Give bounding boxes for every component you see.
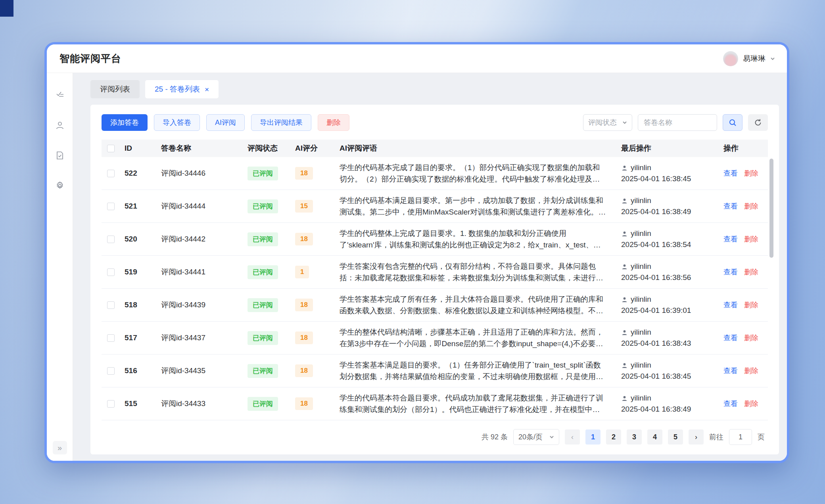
import-answer-button[interactable]: 导入答卷	[154, 114, 200, 131]
ai-review-button[interactable]: AI评阅	[206, 114, 245, 131]
select-all-checkbox[interactable]	[107, 145, 115, 152]
table-body: 522 评阅id-34446 已评阅 18 学生的代码基本完成了题目的要求。（1…	[102, 157, 768, 420]
table-scrollbar[interactable]	[769, 158, 773, 421]
row-checkbox[interactable]	[107, 170, 115, 177]
tab-answer-list[interactable]: 25 - 答卷列表 ×	[145, 80, 219, 98]
row-checkbox[interactable]	[107, 268, 115, 276]
view-link[interactable]: 查看	[723, 301, 738, 309]
tab-review-list[interactable]: 评阅列表	[90, 80, 140, 98]
cell-operator: yilinlin	[631, 229, 651, 238]
page-button-5[interactable]: 5	[668, 429, 683, 445]
row-checkbox[interactable]	[107, 367, 115, 375]
page-button-4[interactable]: 4	[647, 429, 662, 445]
table-row: 520 评阅id-34442 已评阅 18 学生的代码整体上完成了题目要求。1.…	[102, 223, 768, 256]
page-button-3[interactable]: 3	[627, 429, 642, 445]
document-check-icon[interactable]	[55, 151, 65, 160]
cell-id: 519	[122, 256, 159, 289]
person-icon	[621, 230, 628, 237]
cell-operator: yilinlin	[631, 163, 651, 172]
person-icon	[621, 296, 628, 303]
header-score: AI评分	[293, 140, 337, 157]
row-checkbox[interactable]	[107, 400, 115, 408]
answer-name-input[interactable]	[638, 114, 717, 131]
next-page-button[interactable]: ›	[689, 429, 704, 445]
cell-comment: 学生的整体代码结构清晰，步骤基本正确，并且适用了正确的库和方法。然而，在第3步中…	[340, 326, 616, 349]
cell-operator: yilinlin	[631, 328, 651, 337]
gear-icon[interactable]	[55, 181, 65, 190]
header-id: ID	[122, 140, 159, 157]
export-results-button[interactable]: 导出评阅结果	[251, 114, 311, 131]
cell-id: 517	[122, 322, 159, 355]
delete-link[interactable]: 删除	[744, 235, 758, 243]
table-row: 519 评阅id-34441 已评阅 1 学生答案没有包含完整的代码，仅有部分结…	[102, 256, 768, 289]
delete-link[interactable]: 删除	[744, 268, 758, 276]
cell-name: 评阅id-34442	[159, 223, 245, 256]
cell-operator: yilinlin	[631, 295, 651, 304]
prev-page-button[interactable]: ‹	[565, 429, 580, 445]
delete-link[interactable]: 删除	[744, 301, 758, 309]
row-checkbox[interactable]	[107, 301, 115, 309]
search-button[interactable]	[723, 114, 742, 131]
page-size-select[interactable]: 20条/页	[513, 429, 559, 445]
status-select-placeholder: 评阅状态	[588, 118, 617, 127]
cell-name: 评阅id-34437	[159, 322, 245, 355]
delete-link[interactable]: 删除	[744, 334, 758, 342]
delete-link[interactable]: 删除	[744, 202, 758, 210]
view-link[interactable]: 查看	[723, 169, 738, 177]
status-badge: 已评阅	[248, 364, 278, 378]
page-button-2[interactable]: 2	[606, 429, 621, 445]
goto-label: 前往	[709, 432, 723, 442]
app-window: 智能评阅平台 易琳琳 »	[44, 42, 789, 463]
person-icon	[621, 362, 628, 369]
status-badge: 已评阅	[248, 298, 278, 312]
cell-comment: 学生的代码基本符合题目要求。代码成功加载了鸢尾花数据集，并正确进行了训练集和测试…	[340, 392, 616, 415]
toolbar: 添加答卷 导入答卷 AI评阅 导出评阅结果 删除 评阅状态	[102, 114, 768, 131]
delete-link[interactable]: 删除	[744, 169, 758, 177]
refresh-button[interactable]	[748, 114, 768, 131]
cell-time: 2025-04-01 16:38:56	[621, 273, 719, 282]
row-checkbox[interactable]	[107, 236, 115, 243]
view-link[interactable]: 查看	[723, 235, 738, 243]
cell-id: 521	[122, 190, 159, 223]
sidebar-expand-button[interactable]: »	[53, 441, 67, 454]
header-action: 操作	[721, 140, 768, 157]
delete-button[interactable]: 删除	[318, 114, 349, 131]
view-link[interactable]: 查看	[723, 367, 738, 375]
wallpaper-corner	[0, 0, 13, 17]
scrollbar-thumb[interactable]	[769, 159, 773, 258]
cell-time: 2025-04-01 16:38:54	[621, 240, 719, 249]
filters: 评阅状态	[583, 114, 768, 131]
total-count: 共 92 条	[482, 432, 508, 442]
view-link[interactable]: 查看	[723, 268, 738, 276]
cell-name: 评阅id-34446	[159, 157, 245, 190]
view-link[interactable]: 查看	[723, 202, 738, 210]
score-badge: 18	[295, 233, 313, 245]
status-select[interactable]: 评阅状态	[583, 114, 632, 131]
score-badge: 1	[295, 266, 309, 278]
row-checkbox[interactable]	[107, 334, 115, 342]
delete-link[interactable]: 删除	[744, 367, 758, 375]
tab-label: 评阅列表	[100, 84, 130, 94]
score-badge: 15	[295, 200, 313, 213]
delete-link[interactable]: 删除	[744, 400, 758, 408]
row-checkbox[interactable]	[107, 203, 115, 210]
view-link[interactable]: 查看	[723, 400, 738, 408]
page-button-1[interactable]: 1	[585, 429, 601, 445]
user-name: 易琳琳	[743, 54, 766, 64]
review-list-icon[interactable]	[55, 90, 65, 100]
pagination: 共 92 条 20条/页 ‹ 12345 › 前往 页	[102, 421, 768, 449]
cell-operator: yilinlin	[631, 361, 651, 370]
cell-time: 2025-04-01 16:38:43	[621, 339, 719, 348]
score-badge: 18	[295, 332, 313, 344]
status-badge: 已评阅	[248, 232, 278, 246]
close-icon[interactable]: ×	[205, 86, 209, 93]
view-link[interactable]: 查看	[723, 334, 738, 342]
app-header: 智能评阅平台 易琳琳	[47, 44, 787, 73]
user-icon[interactable]	[55, 121, 65, 130]
goto-page-input[interactable]	[729, 429, 752, 445]
add-answer-button[interactable]: 添加答卷	[102, 114, 148, 131]
user-menu[interactable]: 易琳琳	[723, 51, 775, 66]
cell-comment: 学生的代码基本完成了题目的要求。（1）部分代码正确实现了数据集的加载和切分。（2…	[340, 162, 616, 185]
status-badge: 已评阅	[248, 199, 278, 213]
header-name: 答卷名称	[159, 140, 245, 157]
